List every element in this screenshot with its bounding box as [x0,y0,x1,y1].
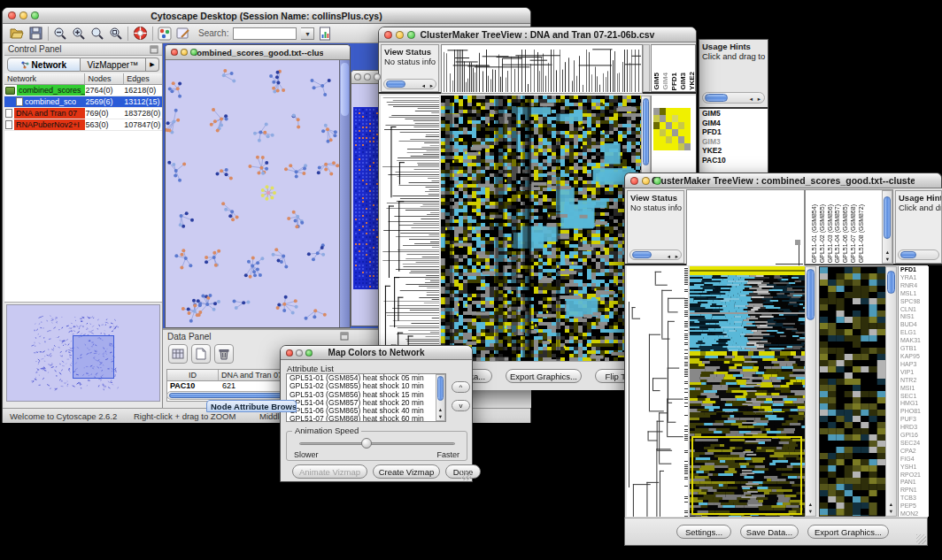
view-status-scrollbar[interactable]: ◂ ▸ [629,249,682,260]
heatmap-vscrollbar[interactable]: ▴ ▾ [805,266,816,517]
tabs-overflow-button[interactable]: ▶ [146,58,159,72]
scroll-down-arrow[interactable]: ▾ [887,508,895,514]
attribute-item[interactable]: GPL51-07 (GSM868) heat shock 60 min [287,415,445,422]
scroll-down-arrow[interactable]: ▾ [807,508,815,514]
array-label[interactable]: GPL51-06 (GSM865) [842,204,849,263]
array-label-panel[interactable]: GIM5GIM4PFD1GIM3YKE2PAC10 [651,44,696,92]
export-graphics-button[interactable]: Export Graphics... [807,525,889,539]
gene-label-list[interactable]: PFD1YRA1RNR4MSL1SPC98CLN1NIS1BUD4ELG1MAK… [898,266,929,517]
save-data-button[interactable]: Save Data... [740,525,799,539]
close-icon[interactable] [286,349,293,357]
network-row-rnapuber[interactable]: RNAPuberNov2+I 563(0) 107847(0) [4,119,162,131]
scroll-up-arrow[interactable]: ▴ [887,501,895,507]
create-vizmap-button[interactable]: Create Vizmap [373,464,440,479]
scroll-right-arrow[interactable]: ▸ [428,82,436,88]
minimize-icon[interactable] [19,12,27,19]
scroll-up-arrow[interactable]: ▴ [807,501,815,507]
resize-grip[interactable] [461,471,471,480]
tab-network[interactable]: Network [7,58,81,72]
attribute-list[interactable]: GPL51-01 (GSM854) heat shock 05 minGPL51… [286,373,446,422]
scroll-left-arrow[interactable]: ◂ [665,253,673,259]
zoomed-heatmap-canvas[interactable] [819,266,886,517]
array-label[interactable]: GPL51-04 (GSM857) [834,204,841,263]
birdseye-view-canvas[interactable] [6,304,160,402]
network-row-dna-tran[interactable]: DNA and Tran 07 769(0) 183728(0) [4,108,162,119]
search-dropdown-button[interactable]: ▼ [301,27,314,40]
array-label[interactable]: GPL51-08 (GSM872) [858,204,865,263]
vizmapper-icon[interactable] [158,27,172,41]
scroll-thumb[interactable] [632,251,652,258]
save-icon[interactable] [29,27,43,40]
zoom-vscrollbar[interactable]: ▴ ▾ [885,266,897,517]
report-icon[interactable] [319,27,332,41]
dialog-titlebar[interactable]: Map Colors to Network [281,346,472,360]
expression-heatmap-canvas[interactable] [441,96,641,361]
gene-dendrogram-canvas[interactable] [381,96,439,361]
settings-button[interactable]: Settings... [676,525,731,539]
scroll-left-arrow[interactable]: ◂ [420,82,428,88]
attribute-list-scrollbar[interactable]: ▴ ▾ [436,374,445,421]
array-label[interactable]: GPL51-03 (GSM856) [827,204,834,263]
export-graphics-button[interactable]: Export Graphics... [506,369,582,383]
gene-label-list[interactable]: GIM5GIM4PFD1GIM3YKE2PAC10 [699,107,768,173]
view-status-scrollbar[interactable]: ◂ ▸ [383,79,436,89]
zoom-window-icon[interactable] [653,177,661,185]
column-dendrogram-canvas[interactable] [441,44,643,94]
zoom-window-icon[interactable] [31,12,39,19]
zoom-window-icon[interactable] [407,31,415,39]
minimize-icon[interactable] [296,349,303,357]
minimize-icon[interactable] [364,73,371,81]
zoom-selected-icon[interactable] [90,27,104,41]
scroll-up-arrow[interactable]: ▴ [436,406,444,412]
scroll-thumb[interactable] [643,98,649,165]
labels-vscrollbar[interactable]: ▴ ▾ [882,190,892,264]
scroll-thumb[interactable] [341,63,349,116]
expression-heatmap[interactable] [690,266,805,517]
zoom-window-icon[interactable] [374,73,381,81]
scroll-thumb[interactable] [884,196,891,239]
search-input[interactable] [233,27,297,40]
speed-slider-track[interactable] [299,442,455,445]
speed-slider-thumb[interactable] [361,438,372,449]
scroll-right-arrow[interactable]: ▸ [755,96,763,102]
usage-hscrollbar[interactable]: ◂ ▸ [702,92,765,104]
scroll-thumb[interactable] [386,81,405,88]
annotation-icon[interactable] [176,27,190,41]
scroll-thumb[interactable] [887,271,895,294]
scroll-down-arrow[interactable]: ▾ [436,413,444,419]
move-up-button[interactable]: ^ [452,381,470,393]
minimize-icon[interactable] [181,49,188,56]
divider-strip[interactable] [643,44,650,92]
scroll-down-arrow[interactable]: ▾ [884,256,892,262]
similarity-mini-heatmap[interactable] [653,108,691,150]
zoom-out-icon[interactable] [53,27,67,41]
scroll-thumb[interactable] [705,94,728,102]
select-attributes-button[interactable] [168,344,188,364]
usage-scrollbar[interactable] [898,249,939,260]
help-lifebuoy-icon[interactable] [133,26,148,41]
network-scrollbar[interactable] [339,60,350,327]
close-icon[interactable] [384,31,392,39]
main-titlebar[interactable]: Cytoscape Desktop (Session Name: collins… [3,8,530,24]
scroll-right-arrow[interactable]: ▸ [673,253,681,259]
scroll-left-arrow[interactable]: ◂ [747,96,755,102]
array-label[interactable]: GPL51-02 (GSM855) [819,204,826,263]
zoom-window-icon[interactable] [190,49,197,56]
tab-vizmapper[interactable]: VizMapper™ [81,58,146,72]
close-icon[interactable] [8,12,16,19]
zoom-in-icon[interactable] [72,27,86,41]
table-header-id[interactable]: ID [167,370,219,381]
close-icon[interactable] [171,49,178,56]
scroll-thumb[interactable] [807,269,815,320]
zoom-fit-icon[interactable] [109,27,123,41]
network-row-combined-sco-selected[interactable]: combined_sco 2569(6) 13112(15) [4,96,162,108]
close-icon[interactable] [630,177,638,185]
delete-attribute-button[interactable] [214,344,234,364]
minimize-icon[interactable] [396,31,404,39]
float-panel-icon[interactable] [340,332,349,341]
scroll-up-arrow[interactable]: ▴ [884,249,892,255]
new-attribute-button[interactable] [191,344,211,364]
array-label[interactable]: GPL51-01 (GSM854) [811,204,818,263]
move-down-button[interactable]: v [452,400,470,411]
frame1-titlebar[interactable]: combined_scores_good.txt--cluste... [166,45,350,60]
